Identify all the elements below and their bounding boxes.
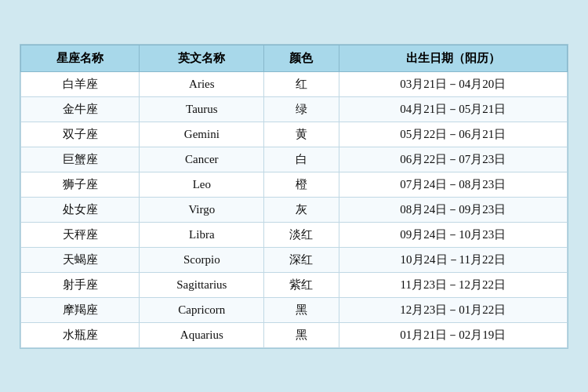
table-cell: 01月21日－02月19日 bbox=[339, 322, 567, 347]
table-cell: 白羊座 bbox=[21, 71, 140, 96]
table-cell: Aquarius bbox=[140, 322, 264, 347]
table-cell: 水瓶座 bbox=[21, 322, 140, 347]
zodiac-table-wrapper: 星座名称英文名称颜色出生日期（阳历） 白羊座Aries红03月21日－04月20… bbox=[20, 44, 568, 349]
table-cell: 黄 bbox=[264, 122, 339, 147]
table-cell: Cancer bbox=[140, 147, 264, 172]
table-cell: 10月24日－11月22日 bbox=[339, 247, 567, 272]
table-cell: 12月23日－01月22日 bbox=[339, 297, 567, 322]
table-cell: 09月24日－10月23日 bbox=[339, 222, 567, 247]
table-cell: 灰 bbox=[264, 197, 339, 222]
table-row: 白羊座Aries红03月21日－04月20日 bbox=[21, 71, 568, 96]
table-cell: Sagittarius bbox=[140, 272, 264, 297]
table-body: 白羊座Aries红03月21日－04月20日金牛座Taurus绿04月21日－0… bbox=[21, 71, 568, 347]
table-cell: 巨蟹座 bbox=[21, 147, 140, 172]
table-header-cell: 英文名称 bbox=[140, 45, 264, 71]
table-row: 天蝎座Scorpio深红10月24日－11月22日 bbox=[21, 247, 568, 272]
table-cell: 11月23日－12月22日 bbox=[339, 272, 567, 297]
table-cell: 黑 bbox=[264, 322, 339, 347]
table-cell: 绿 bbox=[264, 96, 339, 122]
table-header-row: 星座名称英文名称颜色出生日期（阳历） bbox=[21, 45, 568, 71]
table-cell: 08月24日－09月23日 bbox=[339, 197, 567, 222]
table-cell: Scorpio bbox=[140, 247, 264, 272]
table-cell: 双子座 bbox=[21, 122, 140, 147]
table-header-cell: 星座名称 bbox=[21, 45, 140, 71]
table-cell: 摩羯座 bbox=[21, 297, 140, 322]
table-row: 水瓶座Aquarius黑01月21日－02月19日 bbox=[21, 322, 568, 347]
zodiac-table: 星座名称英文名称颜色出生日期（阳历） 白羊座Aries红03月21日－04月20… bbox=[20, 45, 568, 348]
table-cell: 射手座 bbox=[21, 272, 140, 297]
table-cell: 红 bbox=[264, 71, 339, 96]
table-cell: 05月22日－06月21日 bbox=[339, 122, 567, 147]
table-row: 狮子座Leo橙07月24日－08月23日 bbox=[21, 172, 568, 197]
table-cell: 04月21日－05月21日 bbox=[339, 96, 567, 122]
table-cell: 天蝎座 bbox=[21, 247, 140, 272]
table-cell: 06月22日－07月23日 bbox=[339, 147, 567, 172]
table-cell: 紫红 bbox=[264, 272, 339, 297]
table-cell: Leo bbox=[140, 172, 264, 197]
table-cell: 黑 bbox=[264, 297, 339, 322]
table-cell: Capricorn bbox=[140, 297, 264, 322]
table-cell: Taurus bbox=[140, 96, 264, 122]
table-cell: 03月21日－04月20日 bbox=[339, 71, 567, 96]
table-header-cell: 出生日期（阳历） bbox=[339, 45, 567, 71]
table-row: 天秤座Libra淡红09月24日－10月23日 bbox=[21, 222, 568, 247]
table-row: 摩羯座Capricorn黑12月23日－01月22日 bbox=[21, 297, 568, 322]
table-cell: 金牛座 bbox=[21, 96, 140, 122]
table-cell: Virgo bbox=[140, 197, 264, 222]
table-cell: 橙 bbox=[264, 172, 339, 197]
table-cell: 白 bbox=[264, 147, 339, 172]
table-row: 双子座Gemini黄05月22日－06月21日 bbox=[21, 122, 568, 147]
table-cell: Gemini bbox=[140, 122, 264, 147]
table-row: 处女座Virgo灰08月24日－09月23日 bbox=[21, 197, 568, 222]
table-cell: 07月24日－08月23日 bbox=[339, 172, 567, 197]
table-cell: 深红 bbox=[264, 247, 339, 272]
table-cell: 淡红 bbox=[264, 222, 339, 247]
table-row: 射手座Sagittarius紫红11月23日－12月22日 bbox=[21, 272, 568, 297]
table-cell: 狮子座 bbox=[21, 172, 140, 197]
table-cell: 处女座 bbox=[21, 197, 140, 222]
table-cell: Aries bbox=[140, 71, 264, 96]
table-cell: 天秤座 bbox=[21, 222, 140, 247]
table-header-cell: 颜色 bbox=[264, 45, 339, 71]
table-row: 巨蟹座Cancer白06月22日－07月23日 bbox=[21, 147, 568, 172]
table-row: 金牛座Taurus绿04月21日－05月21日 bbox=[21, 96, 568, 122]
table-cell: Libra bbox=[140, 222, 264, 247]
